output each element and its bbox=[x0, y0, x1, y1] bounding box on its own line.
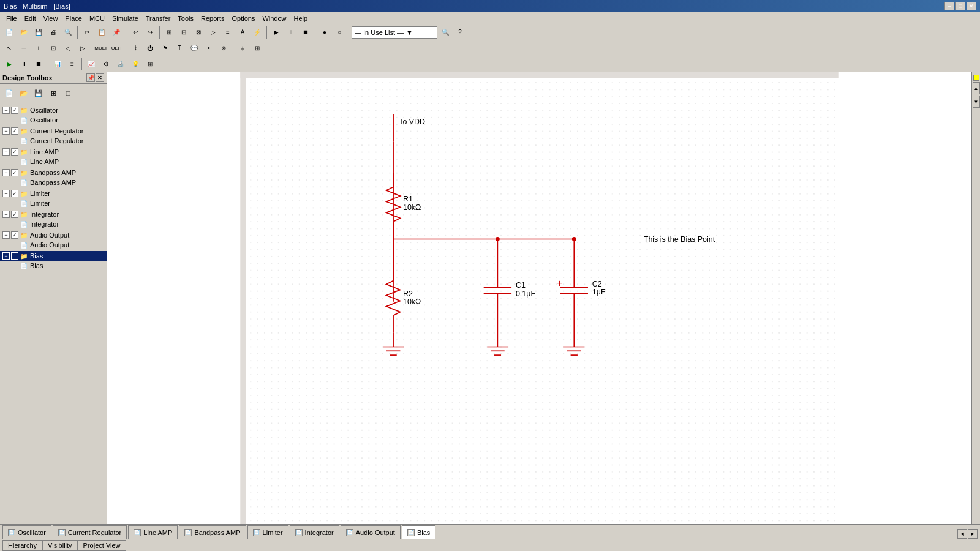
tree-item-oscillator-child[interactable]: 📄 Oscillator bbox=[17, 115, 107, 125]
undo-btn[interactable]: ↩ bbox=[129, 26, 142, 39]
sim-virtual-btn[interactable]: 💡 bbox=[129, 58, 142, 71]
checkbox-limiter[interactable]: ✓ bbox=[11, 190, 18, 197]
tree-item-bias-child[interactable]: 📄 Bias bbox=[17, 261, 107, 271]
checkbox-line-amp[interactable]: ✓ bbox=[11, 148, 18, 156]
back-btn[interactable]: ◁ bbox=[61, 42, 75, 55]
comp-btn[interactable]: ⊠ bbox=[192, 26, 205, 39]
tree-item-limiter-child[interactable]: 📄 Limiter bbox=[17, 198, 107, 208]
tab-scroll-left[interactable]: ◄ bbox=[957, 529, 967, 539]
toolbox-pin-button[interactable]: 📌 bbox=[86, 73, 95, 82]
probe-btn[interactable]: ● bbox=[318, 26, 331, 39]
tab-limiter[interactable]: 📄 Limiter bbox=[247, 525, 288, 539]
tree-item-bandpass-amp[interactable]: − ✓ 📁 Bandpass AMP bbox=[0, 168, 107, 178]
bus-btn[interactable]: ⌇ bbox=[129, 42, 142, 55]
nojunction-btn[interactable]: ⊗ bbox=[217, 42, 230, 55]
toolbox-icon-save[interactable]: 💾 bbox=[32, 86, 45, 100]
sim-analysis-btn[interactable]: ⚙ bbox=[99, 58, 113, 71]
menu-mcu[interactable]: MCU bbox=[86, 13, 108, 23]
tab-integrator[interactable]: 📄 Integrator bbox=[290, 525, 339, 539]
expand-line-amp[interactable]: − bbox=[2, 148, 10, 156]
run-btn[interactable]: ▶ bbox=[270, 26, 283, 39]
zoom-fit-btn[interactable]: ⊡ bbox=[47, 42, 60, 55]
toolbox-close-button[interactable]: ✕ bbox=[96, 73, 104, 82]
minimize-button[interactable]: – bbox=[944, 2, 954, 10]
sim-stop-btn[interactable]: ⏹ bbox=[32, 58, 45, 71]
in-use-list-dropdown[interactable]: — In Use List — ▼ bbox=[352, 26, 437, 39]
sim-btn[interactable]: ▷ bbox=[206, 26, 220, 39]
pause-btn[interactable]: ⏸ bbox=[284, 26, 298, 39]
save-btn[interactable]: 💾 bbox=[32, 26, 45, 39]
tree-item-line-amp[interactable]: − ✓ 📁 Line AMP bbox=[0, 147, 107, 157]
status-tab-visibility[interactable]: Visibility bbox=[42, 540, 78, 551]
toolbox-icon-new[interactable]: 📄 bbox=[2, 86, 16, 100]
status-tab-project-view[interactable]: Project View bbox=[78, 540, 126, 551]
checkbox-current-regulator[interactable]: ✓ bbox=[11, 127, 18, 135]
menu-help[interactable]: Help bbox=[290, 13, 312, 23]
expand-integrator[interactable]: − bbox=[2, 211, 10, 218]
ultiboard-btn[interactable]: ULTI bbox=[110, 42, 123, 55]
schematic-area[interactable]: To VDD R1 10kΩ R2 10kΩ bbox=[107, 72, 971, 524]
sim-grapher-btn[interactable]: 📈 bbox=[85, 58, 98, 71]
right-panel-btn-1[interactable]: ▲ bbox=[973, 82, 980, 94]
expand-limiter[interactable]: − bbox=[2, 190, 10, 197]
menu-window[interactable]: Window bbox=[258, 13, 290, 23]
expand-oscillator[interactable]: − bbox=[2, 107, 10, 114]
menu-options[interactable]: Options bbox=[228, 13, 259, 23]
tree-item-current-regulator-child[interactable]: 📄 Current Regulator bbox=[17, 136, 107, 146]
sim-more-btn[interactable]: ≡ bbox=[66, 58, 79, 71]
electrical-btn[interactable]: ⚡ bbox=[251, 26, 264, 39]
paste-btn[interactable]: 📌 bbox=[110, 26, 123, 39]
menu-transfer[interactable]: Transfer bbox=[142, 13, 175, 23]
label-btn[interactable]: T bbox=[173, 42, 186, 55]
checkbox-bias[interactable] bbox=[11, 252, 18, 260]
cut-btn[interactable]: ✂ bbox=[80, 26, 94, 39]
checkbox-audio-output[interactable]: ✓ bbox=[11, 231, 18, 239]
tab-audio-output[interactable]: 📄 Audio Output bbox=[341, 525, 401, 539]
checkbox-integrator[interactable]: ✓ bbox=[11, 211, 18, 218]
tab-bandpass-amp[interactable]: 📄 Bandpass AMP bbox=[179, 525, 246, 539]
find-btn[interactable]: 🔍 bbox=[439, 26, 452, 39]
comment-btn[interactable]: 💬 bbox=[187, 42, 201, 55]
sim-instruments-btn[interactable]: 📊 bbox=[51, 58, 64, 71]
stop-btn[interactable]: ⏹ bbox=[299, 26, 312, 39]
tree-item-line-amp-child[interactable]: 📄 Line AMP bbox=[17, 157, 107, 167]
checkbox-oscillator[interactable]: ✓ bbox=[11, 107, 18, 114]
open-btn[interactable]: 📂 bbox=[17, 26, 31, 39]
junction-btn[interactable]: • bbox=[202, 42, 216, 55]
expand-current-regulator[interactable]: − bbox=[2, 127, 10, 135]
status-tab-hierarchy[interactable]: Hierarchy bbox=[2, 540, 42, 551]
toolbox-icon-grid[interactable]: ⊞ bbox=[47, 86, 60, 100]
tree-item-current-regulator[interactable]: − ✓ 📁 Current Regulator bbox=[0, 126, 107, 136]
oscilloscope-btn[interactable]: ○ bbox=[333, 26, 346, 39]
multisim-btn[interactable]: MULTI bbox=[95, 42, 108, 55]
menu-tools[interactable]: Tools bbox=[174, 13, 197, 23]
tab-oscillator[interactable]: 📄 Oscillator bbox=[2, 525, 51, 539]
checkbox-bandpass-amp[interactable]: ✓ bbox=[11, 169, 18, 176]
tree-item-limiter[interactable]: − ✓ 📁 Limiter bbox=[0, 189, 107, 198]
menu-place[interactable]: Place bbox=[61, 13, 86, 23]
tab-current-regulator[interactable]: 📄 Current Regulator bbox=[53, 525, 127, 539]
menu-reports[interactable]: Reports bbox=[197, 13, 228, 23]
menu-file[interactable]: File bbox=[2, 13, 21, 23]
tree-item-bandpass-amp-child[interactable]: 📄 Bandpass AMP bbox=[17, 178, 107, 187]
tree-item-bias[interactable]: − 📁 Bias bbox=[0, 251, 107, 261]
place-btn[interactable]: + bbox=[32, 42, 45, 55]
netflag-btn[interactable]: ⚑ bbox=[158, 42, 172, 55]
tree-item-integrator[interactable]: − ✓ 📁 Integrator bbox=[0, 209, 107, 219]
sim-pause-btn[interactable]: ⏸ bbox=[17, 58, 31, 71]
sim-play-btn[interactable]: ▶ bbox=[2, 58, 16, 71]
spreadsheet-btn[interactable]: ⊟ bbox=[177, 26, 190, 39]
toolbox-icon-box[interactable]: □ bbox=[61, 86, 75, 100]
sim-more2-btn[interactable]: ⊞ bbox=[143, 58, 157, 71]
tab-bias[interactable]: 📄 Bias bbox=[402, 525, 435, 539]
design-btn[interactable]: ⊞ bbox=[162, 26, 176, 39]
menu-edit[interactable]: Edit bbox=[21, 13, 40, 23]
wire-btn[interactable]: ─ bbox=[17, 42, 31, 55]
tab-line-amp[interactable]: 📄 Line AMP bbox=[128, 525, 178, 539]
expand-audio-output[interactable]: − bbox=[2, 231, 10, 239]
annotate-btn[interactable]: A bbox=[236, 26, 249, 39]
print-btn[interactable]: 🖨 bbox=[47, 26, 60, 39]
print-preview-btn[interactable]: 🔍 bbox=[61, 26, 75, 39]
menu-simulate[interactable]: Simulate bbox=[108, 13, 142, 23]
expand-bias[interactable]: − bbox=[2, 252, 10, 260]
